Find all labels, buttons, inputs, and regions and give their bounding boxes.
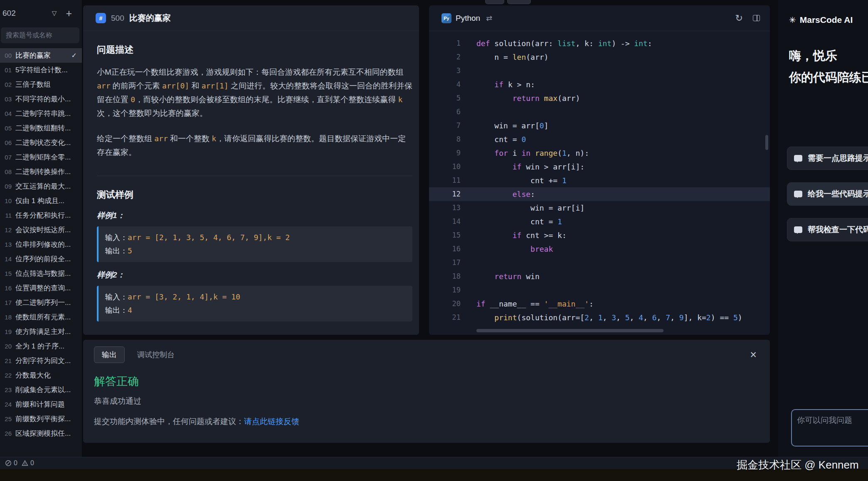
ai-suggestions: 需要一点思路提示 给我一些代码提示 帮我检查一下代码: [787, 147, 868, 241]
toolbar-button-partial-1[interactable]: [485, 0, 504, 4]
problem-list-item[interactable]: 17使二进制序列一...: [0, 295, 82, 310]
problem-list-item[interactable]: 16位置调整的查询...: [0, 281, 82, 295]
problem-list-item[interactable]: 07二进制矩阵全零...: [0, 150, 82, 164]
problem-list-item[interactable]: 22分数最大化: [0, 368, 82, 383]
code-line[interactable]: 5 return max(arr): [429, 91, 770, 105]
tab-debug-console[interactable]: 调试控制台: [137, 350, 175, 360]
problem-list-item[interactable]: 08二进制转换操作...: [0, 164, 82, 179]
problem-list-item[interactable]: 20全为 1 的子序...: [0, 339, 82, 353]
problem-number: 10: [2, 197, 12, 204]
code-line[interactable]: 17: [429, 256, 770, 270]
problem-title: 位点筛选与数据...: [15, 269, 71, 278]
ai-greeting-line1: 嗨，悦乐: [789, 45, 868, 66]
ai-suggestion-review[interactable]: 帮我检查一下代码: [787, 218, 868, 241]
code-line[interactable]: 8 cnt = 0: [429, 133, 770, 146]
tab-output[interactable]: 输出: [94, 346, 125, 363]
problem-list-item[interactable]: 24前缀和计算问题: [0, 397, 82, 412]
close-icon[interactable]: ×: [750, 349, 757, 361]
inline-code: arr: [97, 81, 111, 90]
example-1-block: 输入：arr = [2, 1, 3, 5, 4, 6, 7, 9],k = 2 …: [97, 226, 412, 262]
error-icon: [5, 460, 12, 466]
problem-list-item[interactable]: 00比赛的赢家✓: [0, 48, 82, 63]
code-text: else:: [476, 187, 535, 201]
inline-code: arr[0]: [162, 81, 189, 90]
result-status: 解答正确: [94, 374, 759, 389]
code-line[interactable]: 6: [429, 105, 770, 119]
language-switch-icon[interactable]: ⇄: [486, 14, 492, 23]
problem-list-item[interactable]: 04二进制字符串跳...: [0, 106, 82, 121]
problem-number: 16: [2, 285, 12, 292]
problem-paragraph: 小M正在玩一个数组比赛游戏，游戏规则如下：每回合游戏都在所有元素互不相同的数组 …: [97, 65, 412, 120]
ai-suggestion-hint[interactable]: 需要一点思路提示: [787, 147, 868, 170]
problem-title: 使方阵满足主对...: [15, 327, 71, 336]
search-box: [1, 27, 79, 43]
code-line[interactable]: 15 if cnt >= k:: [429, 228, 770, 242]
code-line[interactable]: 12 else:: [429, 187, 770, 201]
code-text: cnt += 1: [476, 174, 567, 187]
code-line[interactable]: 19: [429, 283, 770, 297]
ai-suggestion-code-hint[interactable]: 给我一些代码提示: [787, 182, 868, 206]
problem-body: 问题描述 小M正在玩一个数组比赛游戏，游戏规则如下：每回合游戏都在所有元素互不相…: [83, 31, 419, 321]
code-line[interactable]: 2 n = len(arr): [429, 50, 770, 64]
filter-icon[interactable]: ▽: [52, 10, 57, 17]
problem-list-item[interactable]: 13位串排列修改的...: [0, 237, 82, 252]
code-line[interactable]: 16 break: [429, 242, 770, 256]
problem-list: 00比赛的赢家✓015字符组合计数...02三倍子数组03不同字符的最小...0…: [0, 48, 82, 441]
code-text: if __name__ == '__main__':: [476, 297, 594, 311]
problem-number: 23: [2, 386, 12, 393]
code-text: cnt = 0: [476, 133, 526, 146]
problem-list-item[interactable]: 25前缀数列平衡探...: [0, 412, 82, 426]
code-line[interactable]: 1def solution(arr: list, k: int) -> int:: [429, 37, 770, 50]
code-line[interactable]: 11 cnt += 1: [429, 174, 770, 187]
code-line[interactable]: 20if __name__ == '__main__':: [429, 297, 770, 311]
code-line[interactable]: 18 return win: [429, 270, 770, 283]
problem-list-item[interactable]: 02三倍子数组: [0, 77, 82, 92]
horizontal-scrollbar[interactable]: [476, 329, 663, 332]
example-2-input: 输入：arr = [3, 2, 1, 4],k = 10: [105, 290, 406, 304]
problem-list-item[interactable]: 10仅由 1 构成且...: [0, 194, 82, 208]
problem-list-item[interactable]: 015字符组合计数...: [0, 63, 82, 77]
feedback-link[interactable]: 请点此链接反馈: [244, 417, 299, 426]
code-editor-panel: Py Python ⇄ ↻ 1def solution(arr: list, k…: [429, 5, 770, 335]
code-line[interactable]: 4 if k > n:: [429, 78, 770, 91]
reset-code-icon[interactable]: ↻: [735, 14, 743, 23]
code-line[interactable]: 13 win = arr[i]: [429, 201, 770, 215]
code-line[interactable]: 7 win = arr[0]: [429, 119, 770, 133]
split-view-icon[interactable]: [753, 15, 760, 21]
problem-list-item[interactable]: 14位序列的前段全...: [0, 252, 82, 266]
errors-indicator[interactable]: 0: [5, 459, 17, 467]
problem-number: 08: [2, 168, 12, 175]
toolbar-button-partial-2[interactable]: [507, 0, 531, 4]
problem-number: 07: [2, 154, 12, 161]
code-line[interactable]: 10 if win > arr[i]:: [429, 160, 770, 174]
ai-question-input[interactable]: [792, 410, 868, 446]
problem-list-item[interactable]: 19使方阵满足主对...: [0, 324, 82, 339]
watermark: 掘金技术社区 @ Kennem: [737, 458, 859, 472]
chat-bubble-icon: [794, 191, 802, 197]
code-area[interactable]: 1def solution(arr: list, k: int) -> int:…: [429, 31, 770, 335]
language-label[interactable]: Python: [456, 14, 480, 23]
search-input[interactable]: [1, 27, 79, 43]
vertical-scrollbar[interactable]: [765, 135, 768, 150]
problem-number: 03: [2, 96, 12, 103]
code-line[interactable]: 3: [429, 64, 770, 78]
problem-number: 18: [2, 314, 12, 321]
problem-list-item[interactable]: 05二进制数组翻转...: [0, 121, 82, 135]
problem-list-item[interactable]: 06二进制状态变化...: [0, 135, 82, 150]
code-line[interactable]: 21 print(solution(arr=[2, 1, 3, 5, 4, 6,…: [429, 311, 770, 324]
line-number: 17: [429, 256, 461, 270]
problem-list-item[interactable]: 18使数组所有元素...: [0, 310, 82, 324]
problem-list-item[interactable]: 15位点筛选与数据...: [0, 266, 82, 281]
code-line[interactable]: 14 cnt = 1: [429, 215, 770, 228]
problem-list-item[interactable]: 09交互运算的最大...: [0, 179, 82, 194]
problem-list-item[interactable]: 21分割字符为回文...: [0, 353, 82, 368]
code-line[interactable]: 9 for i in range(1, n):: [429, 146, 770, 160]
warnings-indicator[interactable]: 0: [22, 459, 34, 467]
problem-list-item[interactable]: 03不同字符的最小...: [0, 92, 82, 106]
add-icon[interactable]: +: [66, 8, 72, 19]
problem-list-item[interactable]: 11任务分配和执行...: [0, 208, 82, 223]
problem-list-item[interactable]: 12会议按时抵达所...: [0, 223, 82, 237]
problem-list-item[interactable]: 26区域探测模拟任...: [0, 426, 82, 441]
problem-list-item[interactable]: 23削减集合元素以...: [0, 383, 82, 397]
inline-code: k: [212, 134, 216, 143]
